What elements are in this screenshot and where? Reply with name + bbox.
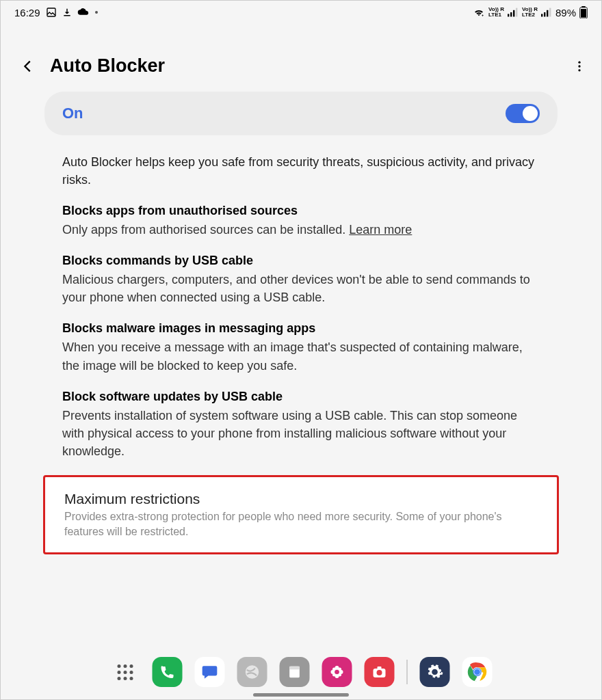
toggle-label: On: [62, 105, 83, 122]
svg-point-25: [332, 673, 336, 677]
internet-app[interactable]: [237, 657, 267, 687]
navigation-handle[interactable]: [253, 693, 349, 697]
download-icon: [62, 8, 72, 17]
svg-rect-7: [544, 12, 545, 16]
back-button[interactable]: [20, 58, 36, 75]
learn-more-link[interactable]: Learn more: [349, 223, 412, 237]
svg-point-26: [338, 673, 341, 677]
wifi-icon: +: [473, 8, 485, 17]
chrome-app[interactable]: [462, 657, 493, 687]
page-title: Auto Blocker: [50, 55, 558, 77]
svg-point-23: [332, 668, 336, 671]
cloud-icon: [77, 8, 90, 17]
section-desc: Prevents installation of system software…: [62, 407, 540, 460]
more-vertical-icon: [573, 59, 586, 73]
notes-icon: [287, 664, 302, 679]
auto-blocker-switch[interactable]: [506, 104, 540, 123]
dot-icon: [95, 11, 98, 14]
intro-text: Auto Blocker helps keep you safe from se…: [62, 153, 540, 189]
svg-rect-8: [547, 10, 548, 17]
svg-point-27: [335, 670, 339, 674]
chrome-icon: [467, 662, 488, 682]
section-title: Block software updates by USB cable: [62, 390, 540, 404]
svg-rect-30: [378, 667, 382, 669]
section-usb-updates: Block software updates by USB cable Prev…: [62, 390, 540, 460]
apps-drawer-button[interactable]: [110, 657, 140, 687]
maximum-restrictions-item[interactable]: Maximum restrictions Provides extra-stro…: [43, 475, 559, 554]
max-restrictions-desc: Provides extra-strong protection for peo…: [64, 509, 538, 540]
gear-icon: [426, 663, 444, 681]
phone-app[interactable]: [153, 657, 183, 687]
gallery-app[interactable]: [322, 657, 352, 687]
flower-icon: [329, 664, 345, 680]
more-options-button[interactable]: [571, 58, 588, 75]
section-desc: When you receive a message with an image…: [62, 338, 540, 374]
messages-icon: [201, 663, 219, 681]
svg-rect-2: [508, 14, 509, 16]
section-usb-commands: Blocks commands by USB cable Malicious c…: [62, 254, 540, 306]
svg-point-29: [377, 670, 382, 675]
section-desc: Only apps from authorised sources can be…: [62, 221, 540, 239]
svg-point-16: [246, 665, 259, 679]
camera-icon: [371, 664, 388, 680]
svg-point-34: [474, 669, 480, 675]
svg-rect-0: [47, 8, 55, 16]
section-malware-images: Blocks malware images in messaging apps …: [62, 321, 540, 374]
signal1-icon: [508, 8, 519, 17]
status-bar: 16:29 + Vo)) R LTE1 Vo)) R LTE2 89%: [1, 1, 601, 21]
svg-point-13: [578, 61, 580, 63]
section-title: Blocks malware images in messaging apps: [62, 321, 540, 336]
clock-time: 16:29: [14, 7, 40, 18]
camera-app[interactable]: [365, 657, 395, 687]
section-desc: Malicious chargers, computers, and other…: [62, 271, 540, 306]
chevron-left-icon: [21, 59, 36, 74]
svg-point-24: [338, 668, 341, 671]
switch-knob: [523, 106, 538, 121]
apps-grid-icon: [117, 664, 133, 680]
image-icon: [46, 7, 57, 18]
messages-app[interactable]: [195, 657, 225, 687]
svg-point-14: [578, 65, 580, 67]
page-header: Auto Blocker: [1, 42, 601, 83]
svg-rect-3: [510, 12, 512, 16]
svg-text:+: +: [482, 13, 484, 17]
notes-app[interactable]: [280, 657, 310, 687]
settings-content: On Auto Blocker helps keep you safe from…: [1, 83, 601, 554]
phone-icon: [159, 664, 176, 680]
section-title: Blocks apps from unauthorised sources: [62, 204, 540, 218]
battery-icon: [579, 6, 588, 18]
svg-rect-4: [513, 10, 514, 17]
section-title: Blocks commands by USB cable: [62, 254, 540, 268]
globe-icon: [244, 663, 261, 681]
dock-bar: [110, 657, 493, 687]
svg-rect-18: [289, 667, 300, 670]
section-unauthorised-apps: Blocks apps from unauthorised sources On…: [62, 204, 540, 239]
battery-percent: 89%: [555, 7, 576, 18]
svg-rect-9: [549, 8, 551, 17]
svg-rect-6: [541, 14, 542, 16]
settings-app[interactable]: [420, 657, 450, 687]
sim1-label: Vo)) R LTE1: [488, 7, 504, 18]
max-restrictions-title: Maximum restrictions: [64, 491, 538, 507]
svg-rect-5: [516, 8, 517, 17]
svg-point-15: [578, 69, 580, 71]
svg-rect-12: [581, 9, 586, 18]
main-toggle-card[interactable]: On: [44, 92, 558, 135]
dock-separator: [407, 660, 408, 684]
signal2-icon: [541, 8, 552, 17]
sim2-label: Vo)) R LTE2: [522, 7, 538, 18]
